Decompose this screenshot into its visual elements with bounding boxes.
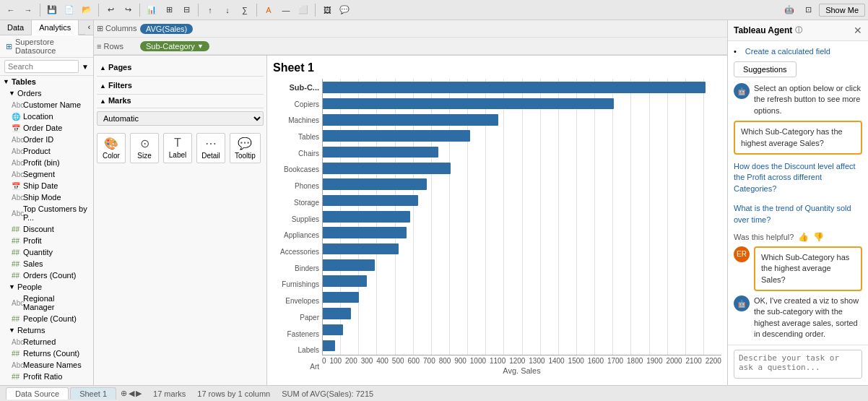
group-btn[interactable]: ∑ <box>237 2 253 18</box>
tab-analytics[interactable]: Analytics <box>32 20 79 35</box>
line-btn[interactable]: — <box>278 2 294 18</box>
field-returned[interactable]: AbcReturned <box>0 336 93 348</box>
tooltip-mark-btn[interactable]: 💬 Tooltip <box>230 133 261 163</box>
suggestion-2[interactable]: What is the trend of Quantity sold over … <box>734 201 862 228</box>
main-layout: Data Analytics ‹ ⊞ Superstore Datasource… <box>0 20 868 385</box>
undo-btn[interactable]: ↩ <box>103 2 118 18</box>
y-label-phones: Phones <box>295 182 319 190</box>
detail-mark-btn[interactable]: ⋯ Detail <box>196 133 225 163</box>
thumbs-up-btn-1[interactable]: 👍 <box>798 232 809 242</box>
show-me-button[interactable]: Show Me <box>819 4 865 17</box>
agent-info-icon[interactable]: ⓘ <box>795 25 802 35</box>
returns-group[interactable]: ▼Returns <box>0 324 93 336</box>
add-sheet-btn[interactable]: ⊕ <box>121 389 127 398</box>
field-orders-count[interactable]: ##Orders (Count) <box>0 270 93 281</box>
open-btn[interactable]: 📂 <box>79 2 95 18</box>
tables-section-header[interactable]: ▼Tables <box>0 76 93 87</box>
x-axis-label: Avg. Sales <box>322 365 721 375</box>
next-sheet-btn[interactable]: ▶ <box>136 389 142 398</box>
field-order-date[interactable]: 📅Order Date <box>0 122 93 134</box>
field-profit-ratio[interactable]: ##Profit Ratio <box>0 371 93 382</box>
field-top-customers[interactable]: AbcTop Customers by P... <box>0 203 93 223</box>
search-input[interactable] <box>4 60 79 73</box>
chart-btn2[interactable]: ⊞ <box>161 2 177 18</box>
y-axis-labels: Sub-C... Copiers Machines Tables Chairs … <box>273 79 322 375</box>
sort-desc[interactable]: ↓ <box>220 2 235 18</box>
y-label-machines: Machines <box>288 116 319 124</box>
bar-accessories <box>323 225 721 241</box>
bar-furnishings <box>323 257 721 273</box>
field-segment[interactable]: AbcSegment <box>0 168 93 180</box>
save-btn[interactable]: 💾 <box>44 2 60 18</box>
sheet-title: Sheet 1 <box>273 61 721 74</box>
field-returns-count[interactable]: ##Returns (Count) <box>0 348 93 359</box>
agent-btn[interactable]: 🤖 <box>781 2 797 18</box>
border-btn[interactable]: ⬜ <box>295 2 311 18</box>
marks-count: 17 marks <box>153 389 186 398</box>
field-people-count[interactable]: ##People (Count) <box>0 313 93 324</box>
chart-btn1[interactable]: 📊 <box>144 2 160 18</box>
size-mark-btn[interactable]: ⊙ Size <box>130 133 159 163</box>
field-quantity[interactable]: ##Quantity <box>0 246 93 258</box>
field-ship-date[interactable]: 📅Ship Date <box>0 180 93 191</box>
field-discount[interactable]: ##Discount <box>0 223 93 235</box>
chart-btn3[interactable]: ⊟ <box>178 2 194 18</box>
field-location[interactable]: 🌐Location <box>0 111 93 122</box>
sheet-1-tab[interactable]: Sheet 1 <box>70 387 116 400</box>
field-ship-mode[interactable]: AbcShip Mode <box>0 191 93 203</box>
back-btn[interactable]: ← <box>3 2 19 18</box>
bottom-tabs: Data Source Sheet 1 ⊕ ◀ ▶ <box>6 387 142 400</box>
color-icon: 🎨 <box>104 137 118 150</box>
color-mark-btn[interactable]: 🎨 Color <box>97 133 126 163</box>
bar-phones <box>323 160 721 176</box>
field-product[interactable]: AbcProduct <box>0 145 93 157</box>
datasource-label: ⊞ Superstore Datasource <box>0 35 93 58</box>
tab-data[interactable]: Data <box>0 20 32 35</box>
color-btn[interactable]: A <box>261 2 277 18</box>
sort-asc[interactable]: ↑ <box>202 2 218 18</box>
y-label-envelopes: Envelopes <box>285 297 319 305</box>
user-question-box: Which Sub-Category has the highest avera… <box>754 246 862 291</box>
img-btn[interactable]: 🖼 <box>319 2 335 18</box>
field-customer-name[interactable]: AbcCustomer Name <box>0 99 93 111</box>
rows-label: ≡ Rows <box>97 42 140 51</box>
field-profit-bin[interactable]: AbcProfit (bin) <box>0 157 93 168</box>
bar-art <box>323 338 721 354</box>
share-btn[interactable]: ⊡ <box>800 2 816 18</box>
bar-appliances <box>323 209 721 225</box>
new-btn[interactable]: 📄 <box>61 2 77 18</box>
marks-type-dropdown[interactable]: Automatic Bar Line Area <box>97 111 264 126</box>
parameters-section-header[interactable]: ▶Parameters <box>0 382 93 385</box>
orders-group[interactable]: ▼Orders <box>0 87 93 99</box>
field-sales[interactable]: ##Sales <box>0 258 93 270</box>
agent-close-btn[interactable]: ✕ <box>854 25 862 36</box>
label-mark-btn[interactable]: T Label <box>163 133 192 163</box>
suggestions-button[interactable]: Suggestions <box>734 61 797 77</box>
y-label-accessories: Accessories <box>280 248 319 256</box>
tooltip-btn[interactable]: 💬 <box>337 2 352 18</box>
rows-pill[interactable]: Sub-Category ▼ <box>140 41 209 51</box>
redo-btn[interactable]: ↪ <box>120 2 136 18</box>
agent-create-field[interactable]: Create a calculated field <box>739 47 830 56</box>
field-regional-manager[interactable]: AbcRegional Manager <box>0 293 93 313</box>
field-order-id[interactable]: AbcOrder ID <box>0 134 93 145</box>
y-label-subcategory: Sub-C... <box>289 83 319 92</box>
prev-sheet-btn[interactable]: ◀ <box>129 389 134 398</box>
people-group[interactable]: ▼People <box>0 281 93 293</box>
field-profit[interactable]: ##Profit <box>0 235 93 246</box>
highlighted-suggestion[interactable]: Which Sub-Category has the highest avera… <box>734 121 862 155</box>
label-icon: T <box>174 137 181 150</box>
thumbs-down-btn-1[interactable]: 👎 <box>813 232 824 242</box>
panel-collapse-btn[interactable]: ‹ <box>85 20 93 35</box>
forward-btn[interactable]: → <box>20 2 36 18</box>
suggestion-1[interactable]: How does the Discount level affect the P… <box>734 159 862 197</box>
agent-input-field[interactable] <box>734 350 862 379</box>
filter-icon[interactable]: ▼ <box>82 63 89 71</box>
suggestions-btn-wrapper: Suggestions <box>734 60 862 79</box>
pages-section: ▲Pages <box>97 59 264 77</box>
columns-pill[interactable]: AVG(Sales) <box>140 24 193 34</box>
y-label-supplies: Supplies <box>292 215 319 223</box>
field-measure-names[interactable]: AbcMeasure Names <box>0 359 93 371</box>
tableau-agent-panel: Tableau Agent ⓘ ✕ • Create a calculated … <box>727 20 868 385</box>
data-source-tab[interactable]: Data Source <box>6 387 69 400</box>
